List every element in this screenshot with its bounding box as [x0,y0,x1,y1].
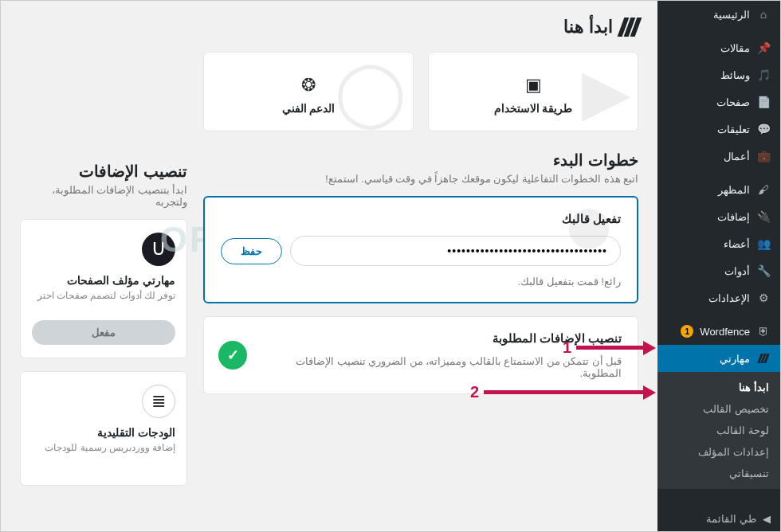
sidebar-item-wordfence[interactable]: ⛨Wordfence1 [657,318,780,345]
submenu-item-panel[interactable]: لوحة القالب [657,420,780,441]
sidebar-item-label: وسائط [720,69,750,81]
collapse-menu-button[interactable]: ◀طي القائمة [657,507,780,531]
tools-icon: 🔧 [756,264,771,278]
sidebar-item-posts[interactable]: 📌مقالات [657,34,780,61]
card-support[interactable]: ◯ ❂ الدعم الفني [203,52,414,131]
plugin-description: توفر لك أدوات لتصمم صفحات احتر [32,290,175,312]
plugin-card: ≣ الودجات التقليدية إضافة ووردبريس رسمية… [20,371,187,486]
plugin-name: مهارتي مؤلف الصفحات [32,274,175,287]
plugins-panel-title: تنصيب الإضافات [20,162,187,181]
plugin-name: الودجات التقليدية [32,426,175,439]
sidebar-item-label: صفحات [716,96,750,108]
sidebar-item-tools[interactable]: 🔧أدوات [657,257,780,284]
sidebar-item-pages[interactable]: 📄صفحات [657,88,780,115]
collapse-icon: ◀ [763,513,771,525]
comment-icon: 💬 [756,122,771,136]
sidebar-item-label: أدوات [724,265,750,277]
dashboard-icon: ⌂ [756,7,771,22]
media-icon: 🎵 [756,68,771,82]
sidebar-item-label: إضافات [717,211,750,223]
settings-icon: ⚙ [756,291,771,305]
sidebar-item-users[interactable]: 👥أعضاء [657,230,780,257]
plugins-panel-subtitle: ابدأ بتنصيب الإضافات المطلوبة، ولتجربه [20,184,187,208]
page-title: ابدأ هنا [20,17,638,37]
step-title: تنصيب الإضافات المطلوبة [268,331,622,346]
sidebar-item-label: أعمال [724,151,750,162]
sidebar-item-label: Wordfence [700,326,750,338]
pin-icon: 📌 [756,41,771,55]
submenu-item-customize[interactable]: تخصيص القالب [657,398,780,420]
sidebar-item-label: المظهر [718,184,750,196]
submenu-item-formats[interactable]: تنسيقاتي [657,463,780,484]
sidebar-item-maharti[interactable]: مهارتي [657,345,780,372]
lifebuoy-bg-icon: ◯ [335,55,406,129]
portfolio-icon: 💼 [756,149,771,163]
sidebar-item-settings[interactable]: ⚙الإعدادات [657,284,780,311]
sidebar-item-label: الرئيسية [713,9,750,21]
users-icon: 👥 [756,237,771,251]
sidebar-item-label: تعليقات [717,123,750,135]
plugin-icon: ≣ [142,385,175,418]
sidebar-item-label: الإعدادات [708,292,750,304]
sidebar-submenu: ابدأ هنا تخصيص القالب لوحة القالب إعدادا… [657,372,780,489]
sidebar-item-portfolio[interactable]: 💼أعمال [657,143,780,170]
stripes-icon [756,351,771,366]
sidebar-item-label: أعضاء [724,238,750,250]
logo-icon [621,18,638,37]
submenu-item-start[interactable]: ابدأ هنا [657,377,780,398]
sidebar-item-media[interactable]: 🎵وسائط [657,61,780,88]
play-bg-icon: ▶ [582,55,631,129]
check-icon: ✓ [218,341,247,370]
start-steps-title: خطوات البدء [203,151,638,170]
notification-badge: 1 [681,325,693,338]
step-activate-card: تفعيل قالبك حفظ رائع! قمت بتفعيل قالبك. [203,196,638,303]
save-button[interactable]: حفظ [221,238,282,264]
key-bg-icon [541,198,637,302]
plugin-status-button[interactable]: مفعل [32,320,175,345]
submenu-item-author[interactable]: إعدادات المؤلف [657,441,780,463]
main-content: ORIDSITE.COM ابدأ هنا ▶ ▣ طريقة الاستخدا… [1,1,657,531]
sidebar-item-plugins[interactable]: 🔌إضافات [657,203,780,230]
sidebar-item-appearance[interactable]: 🖌المظهر [657,176,780,203]
plugin-description: إضافة ووردبريس رسمية للودجات [32,442,175,464]
admin-sidebar: ⌂الرئيسية 📌مقالات 🎵وسائط 📄صفحات 💬تعليقات… [657,1,780,531]
sidebar-item-comments[interactable]: 💬تعليقات [657,115,780,143]
start-steps-subtitle: اتبع هذه الخطوات التفاعلية ليكون موقعك ج… [203,173,638,185]
card-usage[interactable]: ▶ ▣ طريقة الاستخدام [428,52,638,131]
step-description: قبل أن تتمكن من الاستمتاع بالقالب ومميزا… [268,355,622,379]
shield-icon: ⛨ [756,324,771,338]
plugin-card: ᑌ مهارتي مؤلف الصفحات توفر لك أدوات لتصم… [20,219,187,358]
sidebar-item-label: مقالات [720,42,750,54]
appearance-icon: 🖌 [756,182,771,197]
plugin-icon: 🔌 [756,209,771,224]
step-plugins-card: ✓ تنصيب الإضافات المطلوبة قبل أن تتمكن م… [203,316,638,394]
page-icon: 📄 [756,95,771,109]
sidebar-item-label: مهارتي [720,353,750,365]
plugin-icon: ᑌ [142,233,175,266]
sidebar-item-dashboard[interactable]: ⌂الرئيسية [657,1,780,28]
